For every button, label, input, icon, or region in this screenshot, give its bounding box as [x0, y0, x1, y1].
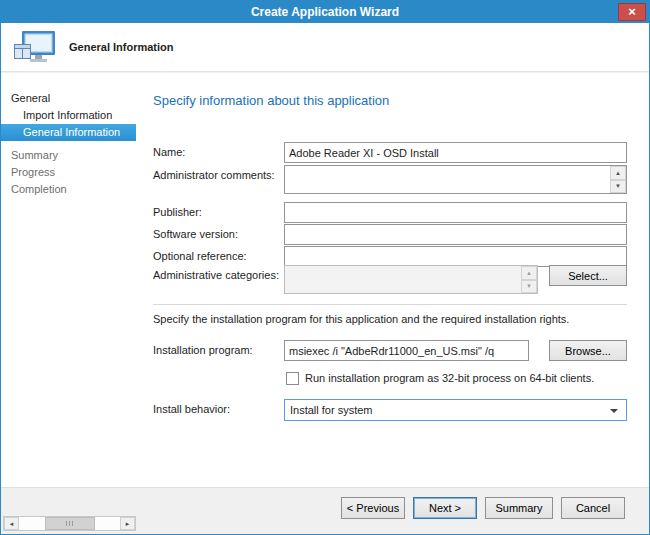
software-version-input[interactable] — [284, 224, 627, 245]
install-behavior-label: Install behavior: — [153, 399, 230, 419]
publisher-label: Publisher: — [153, 202, 202, 222]
install-behavior-value: Install for system — [290, 404, 373, 416]
scroll-right-icon[interactable]: ► — [120, 517, 135, 530]
scroll-up-icon[interactable]: ▲ — [610, 166, 626, 180]
admin-categories-label: Administrative categories: — [153, 265, 279, 285]
scroll-down-icon[interactable]: ▼ — [610, 180, 626, 194]
step-completion[interactable]: Completion — [1, 181, 136, 198]
optional-reference-input[interactable] — [284, 246, 627, 267]
scroll-down-icon: ▼ — [521, 280, 537, 294]
admin-comments-input[interactable]: ▲ ▼ — [284, 165, 627, 194]
previous-button[interactable]: < Previous — [341, 497, 405, 519]
install-section-description: Specify the installation program for thi… — [153, 312, 627, 326]
title-bar[interactable]: Create Application Wizard × — [1, 1, 649, 23]
wizard-footer: < Previous Next > Summary Cancel ◄ ► — [1, 487, 649, 534]
install-behavior-select[interactable]: Install for system — [284, 399, 627, 421]
page-heading: Specify information about this applicati… — [153, 93, 389, 108]
step-general-information[interactable]: General Information — [1, 124, 136, 141]
install-behavior-row: Install behavior: Install for system — [153, 399, 627, 420]
select-categories-button[interactable]: Select... — [549, 265, 627, 286]
scrollbar-thumb[interactable] — [45, 517, 95, 530]
optional-reference-label: Optional reference: — [153, 246, 247, 266]
window-title: Create Application Wizard — [1, 1, 649, 23]
step-import-information[interactable]: Import Information — [1, 107, 136, 124]
step-general[interactable]: General — [1, 90, 136, 107]
summary-button[interactable]: Summary — [485, 497, 553, 519]
run-32bit-label: Run installation program as 32-bit proce… — [305, 369, 594, 388]
publisher-row: Publisher: — [153, 202, 627, 223]
admin-comments-label: Administrator comments: — [153, 165, 275, 185]
installation-program-label: Installation program: — [153, 340, 253, 360]
sidebar-horizontal-scrollbar[interactable]: ◄ ► — [3, 516, 136, 531]
run-32bit-row: Run installation program as 32-bit proce… — [153, 369, 627, 390]
scroll-up-icon: ▲ — [521, 266, 537, 280]
admin-comments-row: Administrator comments: ▲ ▼ — [153, 165, 627, 194]
name-row: Name: — [153, 142, 627, 163]
close-icon[interactable]: × — [618, 3, 646, 21]
installation-program-row: Installation program: Browse... — [153, 340, 627, 361]
footer-button-group: < Previous Next > Summary Cancel — [341, 497, 625, 519]
scroll-left-icon[interactable]: ◄ — [4, 517, 19, 530]
installation-program-input[interactable] — [284, 340, 529, 361]
name-input[interactable] — [284, 142, 627, 163]
name-label: Name: — [153, 142, 185, 162]
application-icon — [13, 30, 57, 66]
step-progress[interactable]: Progress — [1, 164, 136, 181]
software-version-row: Software version: — [153, 224, 627, 245]
scrollbar-track[interactable] — [19, 517, 120, 530]
wizard-step-list: General Import Information General Infor… — [1, 73, 136, 198]
optional-reference-row: Optional reference: — [153, 246, 627, 267]
admin-categories-row: Administrative categories: ▲ ▼ Select... — [153, 265, 627, 294]
next-button[interactable]: Next > — [413, 497, 477, 519]
admin-categories-input: ▲ ▼ — [284, 265, 538, 294]
cancel-button[interactable]: Cancel — [561, 497, 625, 519]
section-divider — [153, 304, 627, 305]
admin-comments-scrollbar[interactable]: ▲ ▼ — [610, 166, 626, 193]
software-version-label: Software version: — [153, 224, 238, 244]
browse-button[interactable]: Browse... — [549, 340, 627, 361]
create-application-wizard-window: Create Application Wizard × General Info… — [0, 0, 650, 535]
banner-page-title: General Information — [69, 23, 174, 71]
wizard-banner: General Information — [1, 23, 649, 72]
admin-categories-scrollbar: ▲ ▼ — [521, 266, 537, 293]
step-summary[interactable]: Summary — [1, 147, 136, 164]
publisher-input[interactable] — [284, 202, 627, 223]
wizard-steps-sidebar: General Import Information General Infor… — [1, 73, 136, 487]
chevron-down-icon — [610, 409, 618, 413]
wizard-page-content: Specify information about this applicati… — [136, 73, 649, 487]
run-32bit-checkbox[interactable] — [286, 372, 299, 385]
